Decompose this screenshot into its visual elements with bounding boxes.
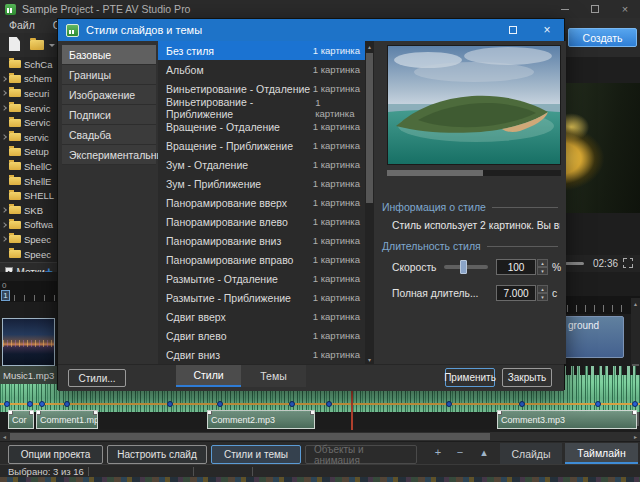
scroll-right-icon[interactable]: ▸: [631, 432, 640, 441]
style-list-item[interactable]: Зум - Приближение 1 картинка: [158, 174, 374, 193]
close-button[interactable]: ×: [610, 0, 640, 18]
expander-icon[interactable]: [1, 76, 7, 82]
style-list-item[interactable]: Панорамирование вверх 1 картинка: [158, 193, 374, 212]
tree-item[interactable]: Softwa: [0, 218, 57, 233]
stepper-up-icon[interactable]: ▴: [537, 259, 548, 267]
maximize-button[interactable]: [580, 0, 610, 18]
keyframe-dot[interactable]: [27, 401, 33, 407]
playback-progress-bar[interactable]: [565, 262, 584, 265]
tree-item[interactable]: servic: [0, 130, 57, 145]
style-category[interactable]: Базовые: [62, 45, 156, 65]
style-list-item[interactable]: Сдвиг влево 1 картинка: [158, 326, 374, 345]
tree-item[interactable]: Speec: [0, 247, 57, 262]
comment-audio-clip[interactable]: Comment1.mp3: [36, 410, 98, 429]
style-list-item[interactable]: Панорамирование вниз 1 картинка: [158, 231, 374, 250]
timeline-ruler-left[interactable]: 0 1: [0, 281, 57, 302]
keyframe-dot[interactable]: [217, 401, 223, 407]
keyframe-dot[interactable]: [595, 401, 601, 407]
full-duration-input[interactable]: 7.000: [496, 285, 536, 301]
styles-list-scrollbar[interactable]: ▴ ▾: [365, 41, 374, 364]
preview-scrubber[interactable]: [387, 170, 561, 176]
comment-audio-clip[interactable]: Comment2.mp3: [207, 410, 315, 429]
fullscreen-icon[interactable]: [623, 258, 633, 268]
keyframe-dot[interactable]: [4, 401, 10, 407]
dialog-close-button[interactable]: ×: [530, 19, 564, 41]
style-list-item[interactable]: Размытие - Приближение 1 картинка: [158, 288, 374, 307]
style-category[interactable]: Границы: [62, 65, 156, 85]
tree-item[interactable]: schem: [0, 72, 57, 87]
comment-audio-clip[interactable]: Cor: [8, 410, 34, 429]
tree-item[interactable]: SKB: [0, 203, 57, 218]
style-list-item[interactable]: Альбом 1 картинка: [158, 60, 374, 79]
keyframe-dot[interactable]: [289, 401, 295, 407]
tree-item[interactable]: Speec: [0, 232, 57, 247]
chevron-down-icon[interactable]: [49, 44, 55, 50]
volume-envelope-line[interactable]: [0, 403, 640, 405]
bottom-toolbar-button[interactable]: Стили и темы: [211, 445, 301, 464]
keyframe-dot[interactable]: [39, 401, 45, 407]
view-tab[interactable]: Таймлайн: [565, 443, 638, 464]
horizontal-scrollbar[interactable]: ◂ ▸: [0, 432, 640, 441]
keyframe-dot[interactable]: [446, 401, 452, 407]
style-list-item[interactable]: Панорамирование вправо 1 картинка: [158, 250, 374, 269]
expander-icon[interactable]: [1, 207, 7, 213]
speed-slider[interactable]: [444, 265, 488, 269]
styles-menu-button[interactable]: Стили...: [68, 369, 126, 387]
style-list-item[interactable]: Сдвиг вверх 1 картинка: [158, 307, 374, 326]
scroll-down-icon[interactable]: ▾: [365, 354, 374, 364]
style-category[interactable]: Изображение: [62, 85, 156, 105]
horizontal-scroll-thumb[interactable]: [10, 433, 490, 440]
tree-item[interactable]: SHELL: [0, 188, 57, 203]
close-dialog-button[interactable]: Закрыть: [502, 368, 552, 387]
style-list-item[interactable]: Панорамирование влево 1 картинка: [158, 212, 374, 231]
open-folder-icon[interactable]: [30, 40, 44, 50]
slide-thumbnail[interactable]: [2, 318, 55, 366]
bottom-toolbar-button[interactable]: Объекты и анимация: [305, 445, 417, 464]
expander-icon[interactable]: [1, 222, 7, 228]
stepper-up-icon[interactable]: ▴: [537, 285, 548, 293]
comment-audio-clip[interactable]: Comment3.mp3: [497, 410, 637, 429]
style-list-item[interactable]: Виньетирование - Приближение 1 картинка: [158, 98, 374, 117]
keyframe-dot[interactable]: [632, 401, 638, 407]
dialog-tab[interactable]: Темы: [241, 365, 306, 387]
scroll-up-icon[interactable]: ▴: [631, 298, 640, 308]
speed-input[interactable]: 100: [496, 259, 536, 275]
timeline-zoom-button[interactable]: +: [430, 446, 446, 458]
timeline-ruler-right[interactable]: [565, 296, 640, 314]
dialog-maximize-button[interactable]: [496, 19, 530, 41]
tree-item[interactable]: Setup: [0, 145, 57, 160]
stepper-down-icon[interactable]: ▾: [537, 267, 548, 275]
menu-item[interactable]: Файл: [0, 18, 44, 33]
style-list-item[interactable]: Вращение - Приближение 1 картинка: [158, 136, 374, 155]
tree-item[interactable]: securi: [0, 86, 57, 101]
style-category[interactable]: Подписи: [62, 105, 156, 125]
list-scroll-thumb[interactable]: [366, 53, 373, 203]
tree-item[interactable]: Servic: [0, 115, 57, 130]
expander-icon[interactable]: [1, 105, 7, 111]
create-button[interactable]: Создать: [568, 28, 637, 47]
dialog-tab[interactable]: Стили: [176, 365, 241, 387]
keyframe-dot[interactable]: [326, 401, 332, 407]
view-tab[interactable]: Слайды: [500, 443, 562, 464]
expander-icon[interactable]: [1, 237, 7, 243]
apply-button[interactable]: Применить: [445, 368, 495, 387]
stepper-down-icon[interactable]: ▾: [537, 293, 548, 301]
expander-icon[interactable]: [1, 134, 7, 140]
style-category[interactable]: Свадьба: [62, 125, 156, 145]
keyframe-dot[interactable]: [519, 401, 525, 407]
tree-item[interactable]: SchCa: [0, 57, 57, 72]
style-list-item[interactable]: Вращение - Отдаление 1 картинка: [158, 117, 374, 136]
style-list-item[interactable]: Размытие - Отдаление 1 картинка: [158, 269, 374, 288]
scroll-left-icon[interactable]: ◂: [0, 432, 9, 441]
expander-icon[interactable]: [1, 91, 7, 97]
timeline-zoom-button[interactable]: ▴: [476, 446, 492, 459]
keyframe-dot[interactable]: [167, 401, 173, 407]
slider-thumb[interactable]: [460, 260, 467, 274]
bottom-toolbar-button[interactable]: Опции проекта: [8, 445, 103, 464]
bottom-toolbar-button[interactable]: Настроить слайд: [107, 445, 207, 464]
minimize-button[interactable]: [550, 0, 580, 18]
keyframe-dot[interactable]: [64, 401, 70, 407]
style-category[interactable]: Экспериментальные: [62, 145, 156, 165]
tree-item[interactable]: Servic: [0, 101, 57, 116]
style-list-item[interactable]: Без стиля 1 картинка: [158, 41, 374, 60]
